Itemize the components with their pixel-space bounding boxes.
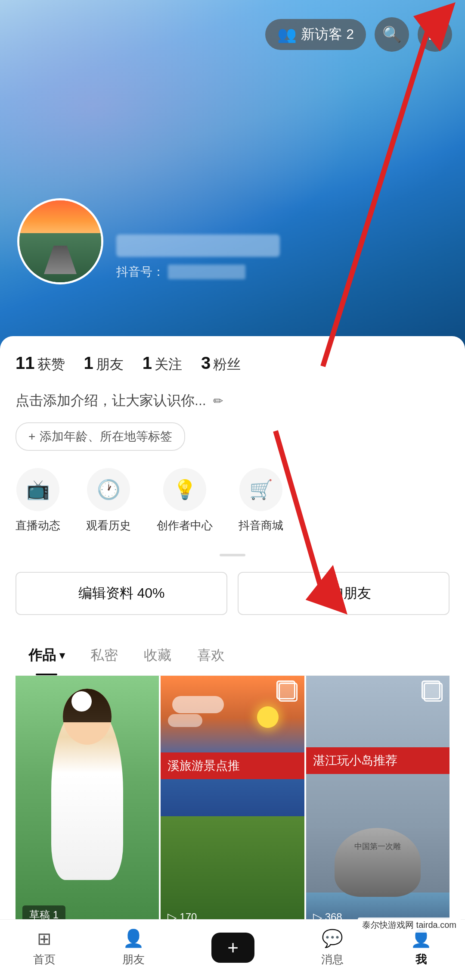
item3-banner-text: 湛江玩小岛推荐 (313, 754, 397, 767)
douyin-id-blurred (168, 265, 245, 279)
nav-plus-button[interactable]: + (211, 933, 254, 963)
item2-multi-icon (279, 683, 298, 702)
item2-banner-text: 溪旅游景点推 (167, 759, 240, 772)
tab-favorites-label: 收藏 (144, 646, 171, 665)
search-icon: 🔍 (382, 25, 402, 44)
stat-following-label: 关注 (155, 355, 182, 374)
stats-row: 11 获赞 1 朋友 1 关注 3 粉丝 (16, 353, 450, 374)
stat-following-num: 1 (143, 353, 152, 373)
stat-friends-num: 1 (84, 353, 93, 373)
nav-home[interactable]: ⊞ 首页 (33, 929, 56, 967)
live-label: 直播动态 (16, 518, 60, 533)
watermark: 泰尔快游戏网 tairda.com (358, 918, 461, 933)
edit-bio-icon: ✏ (213, 394, 223, 408)
quick-action-shop[interactable]: 🛒 抖音商城 (239, 468, 283, 533)
add-tag-button[interactable]: + 添加年龄、所在地等标签 (16, 422, 185, 451)
scroll-indicator (220, 554, 245, 556)
add-friend-label: 添加朋友 (316, 585, 371, 601)
avatar[interactable] (17, 198, 103, 284)
nav-messages-icon: 💬 (322, 928, 343, 949)
nav-me-label: 我 (415, 952, 427, 967)
item2-sun (257, 706, 279, 728)
add-friend-button[interactable]: 添加朋友 (238, 572, 450, 615)
quick-action-creator[interactable]: 💡 创作者中心 (157, 468, 213, 533)
nav-plus-icon: + (211, 933, 254, 963)
live-icon: 📺 (16, 468, 59, 511)
nav-home-label: 首页 (33, 952, 56, 967)
nav-friends-icon: 👤 (123, 928, 144, 949)
main-card: 11 获赞 1 朋友 1 关注 3 粉丝 点击添加介绍，让大家认识你... ✏ … (0, 336, 465, 980)
tab-private-label: 私密 (90, 646, 118, 665)
tab-private[interactable]: 私密 (78, 636, 131, 675)
tab-works-label: 作品 (28, 646, 56, 665)
action-buttons: 编辑资料 40% 添加朋友 (16, 572, 450, 615)
item2-cloud2 (168, 714, 202, 727)
nav-friends[interactable]: 👤 朋友 (122, 928, 145, 967)
tab-likes[interactable]: 喜欢 (184, 636, 238, 675)
stat-followers-label: 粉丝 (213, 355, 241, 374)
item3-red-banner: 湛江玩小岛推荐 (306, 747, 450, 774)
visitor-icon: 👥 (277, 25, 297, 44)
item2-cloud1 (172, 696, 224, 713)
watermark-text: 泰尔快游戏网 tairda.com (362, 920, 456, 930)
avatar-image (19, 200, 101, 282)
username-blurred (116, 234, 280, 257)
page-wrapper: 👥 新访客 2 🔍 ☰ 抖音号： (0, 0, 465, 980)
item2-red-banner: 溪旅游景点推 (161, 752, 304, 779)
visitor-button[interactable]: 👥 新访客 2 (265, 19, 366, 50)
nav-messages[interactable]: 💬 消息 (321, 928, 344, 967)
stat-likes-num: 11 (16, 353, 35, 373)
tab-favorites[interactable]: 收藏 (131, 636, 184, 675)
tab-works[interactable]: 作品 ▾ (16, 636, 78, 675)
stat-following[interactable]: 1 关注 (143, 353, 182, 374)
banner-background (0, 0, 465, 353)
top-bar: 👥 新访客 2 🔍 ☰ (265, 17, 452, 52)
creator-label: 创作者中心 (157, 518, 213, 533)
tag-label: 添加年龄、所在地等标签 (40, 428, 172, 445)
menu-icon: ☰ (428, 25, 442, 44)
history-icon: 🕐 (87, 468, 130, 511)
edit-profile-label: 编辑资料 40% (78, 585, 165, 601)
douyin-id: 抖音号： (116, 264, 280, 280)
tag-plus-icon: + (28, 430, 35, 443)
stat-followers-num: 3 (201, 353, 211, 373)
avatar-area: 抖音号： (17, 198, 280, 284)
item1-flower (71, 691, 92, 712)
visitor-label: 新访客 2 (301, 25, 354, 44)
content-grid: 草稿 1 溪旅游景点推 ▷ 170 (16, 676, 450, 931)
nav-messages-label: 消息 (321, 952, 344, 967)
grid-item-3[interactable]: 中国第一次雕 湛江玩小岛推荐 ▷ 368 (306, 676, 450, 931)
tab-likes-label: 喜欢 (197, 646, 225, 665)
search-button[interactable]: 🔍 (375, 17, 409, 52)
quick-actions: 📺 直播动态 🕐 观看历史 💡 创作者中心 🛒 抖音商城 (16, 468, 450, 533)
stat-followers[interactable]: 3 粉丝 (201, 353, 241, 374)
douyin-id-prefix: 抖音号： (116, 264, 164, 280)
shop-label: 抖音商城 (239, 518, 283, 533)
username-area: 抖音号： (116, 234, 280, 284)
stat-likes[interactable]: 11 获赞 (16, 353, 65, 374)
item3-multi-icon (424, 683, 443, 702)
bio-row[interactable]: 点击添加介绍，让大家认识你... ✏ (16, 391, 450, 410)
grid-item-2[interactable]: 溪旅游景点推 ▷ 170 (161, 676, 304, 931)
creator-icon: 💡 (163, 468, 206, 511)
quick-action-live[interactable]: 📺 直播动态 (16, 468, 60, 533)
nav-me[interactable]: 👤 我 (410, 928, 432, 967)
tabs-row: 作品 ▾ 私密 收藏 喜欢 (16, 636, 450, 676)
stat-friends-label: 朋友 (96, 355, 124, 374)
tab-arrow-icon: ▾ (59, 649, 65, 662)
stat-friends[interactable]: 1 朋友 (84, 353, 124, 374)
shop-icon: 🛒 (239, 468, 282, 511)
menu-button[interactable]: ☰ (418, 17, 452, 52)
history-label: 观看历史 (86, 518, 131, 533)
grid-item-1[interactable]: 草稿 1 (16, 676, 159, 931)
item3-rock: 中国第一次雕 (335, 828, 421, 897)
draft-label: 草稿 1 (29, 909, 59, 921)
profile-banner: 👥 新访客 2 🔍 ☰ 抖音号： (0, 0, 465, 353)
nav-home-icon: ⊞ (37, 929, 52, 949)
quick-action-history[interactable]: 🕐 观看历史 (86, 468, 131, 533)
stat-likes-label: 获赞 (37, 355, 65, 374)
edit-profile-button[interactable]: 编辑资料 40% (16, 572, 227, 615)
nav-friends-label: 朋友 (122, 952, 145, 967)
bio-text: 点击添加介绍，让大家认识你... (16, 391, 206, 410)
